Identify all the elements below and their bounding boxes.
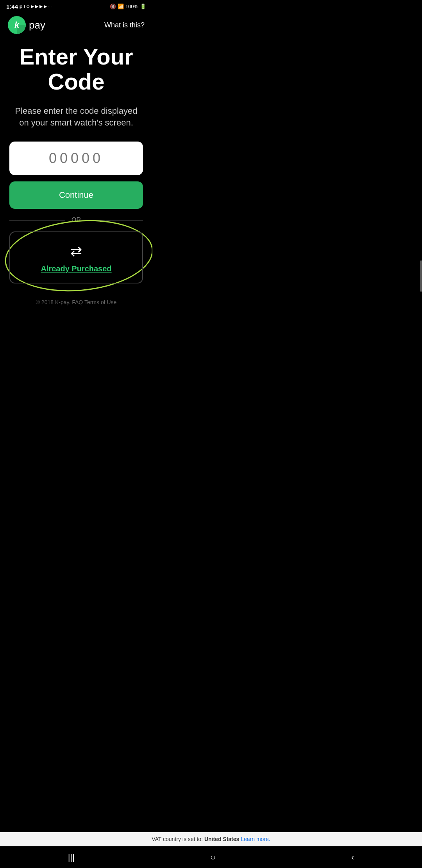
facebook-icon: f <box>24 4 25 9</box>
status-right: 🔇 📶 100% 🔋 <box>110 4 146 9</box>
youtube-icon1: ▶ <box>31 4 34 9</box>
battery-text: 100% <box>125 4 138 9</box>
what-is-this-link[interactable]: What is this? <box>104 21 145 29</box>
battery-icon: 🔋 <box>140 4 146 9</box>
signal-icon: 📶 <box>118 4 124 9</box>
page-subtitle: Please enter the code displayed on your … <box>9 105 143 129</box>
or-line-left <box>9 220 65 221</box>
faq-link[interactable]: FAQ <box>72 299 83 305</box>
status-left: 1:44 𝕡 f ⊙ ▶ ▶ ▶ ▶ ··· <box>6 3 52 10</box>
refresh-icon: ⇄ <box>18 243 134 260</box>
footer: © 2018 K-pay. FAQ Terms of Use <box>9 293 143 305</box>
already-purchased-wrapper: ⇄ Already Purchased <box>9 231 143 283</box>
or-divider: OR <box>9 217 143 224</box>
already-purchased-button[interactable]: ⇄ Already Purchased <box>9 231 143 283</box>
or-line-right <box>87 220 143 221</box>
or-text: OR <box>72 217 81 224</box>
code-input[interactable] <box>9 142 143 175</box>
youtube-icon2: ▶ <box>35 4 38 9</box>
status-icons: 𝕡 f ⊙ ▶ ▶ ▶ ▶ ··· <box>20 4 52 9</box>
youtube-icon3: ▶ <box>39 4 43 9</box>
page-title: Enter Your Code <box>9 40 143 94</box>
more-icon: ··· <box>48 4 52 9</box>
status-time: 1:44 <box>6 3 18 10</box>
continue-button[interactable]: Continue <box>9 181 143 209</box>
logo-container: k pay <box>8 16 45 34</box>
youtube-icon4: ▶ <box>44 4 47 9</box>
footer-terms[interactable]: Terms of Use <box>84 299 116 305</box>
chrome-icon: ⊙ <box>26 4 30 9</box>
header: k pay What is this? <box>0 11 152 40</box>
logo-circle: k <box>8 16 26 34</box>
status-bar: 1:44 𝕡 f ⊙ ▶ ▶ ▶ ▶ ··· 🔇 📶 100% 🔋 <box>0 0 152 11</box>
main-content: Enter Your Code Please enter the code di… <box>0 40 152 305</box>
logo-letter: k <box>14 20 19 30</box>
logo-text: pay <box>29 19 45 31</box>
already-purchased-label: Already Purchased <box>41 264 111 273</box>
mute-icon: 🔇 <box>110 4 116 9</box>
pinterest-icon: 𝕡 <box>20 4 23 9</box>
copyright: © 2018 K-pay. <box>36 299 71 305</box>
